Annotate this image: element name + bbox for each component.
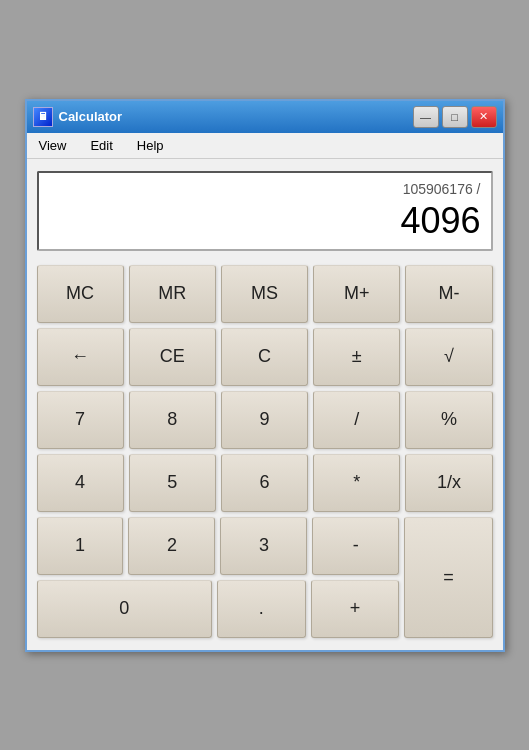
- menu-edit[interactable]: Edit: [86, 136, 116, 155]
- control-row: ← CE C ± √: [37, 328, 493, 386]
- btn-2[interactable]: 2: [128, 517, 215, 575]
- btn-reciprocal[interactable]: 1/x: [405, 454, 492, 512]
- num-row-1: 7 8 9 / %: [37, 391, 493, 449]
- btn-6[interactable]: 6: [221, 454, 308, 512]
- display-area: 105906176 / 4096: [37, 171, 493, 251]
- btn-5[interactable]: 5: [129, 454, 216, 512]
- minimize-button[interactable]: —: [413, 106, 439, 128]
- display-primary: 4096: [49, 199, 481, 242]
- menu-view[interactable]: View: [35, 136, 71, 155]
- num-row-4: 0 . +: [37, 580, 400, 638]
- btn-4[interactable]: 4: [37, 454, 124, 512]
- num-col: 1 2 3 - 0 . +: [37, 517, 400, 638]
- menu-bar: View Edit Help: [27, 133, 503, 159]
- close-button[interactable]: ✕: [471, 106, 497, 128]
- title-bar-left: 🖩 Calculator: [33, 107, 123, 127]
- btn-backspace[interactable]: ←: [37, 328, 124, 386]
- memory-row: MC MR MS M+ M-: [37, 265, 493, 323]
- btn-ms[interactable]: MS: [221, 265, 308, 323]
- btn-8[interactable]: 8: [129, 391, 216, 449]
- btn-mplus[interactable]: M+: [313, 265, 400, 323]
- display-secondary: 105906176 /: [49, 180, 481, 200]
- bottom-rows: 1 2 3 - 0 . + =: [37, 517, 493, 638]
- btn-plus[interactable]: +: [311, 580, 400, 638]
- app-icon: 🖩: [33, 107, 53, 127]
- btn-ce[interactable]: CE: [129, 328, 216, 386]
- num-row-2: 4 5 6 * 1/x: [37, 454, 493, 512]
- btn-mr[interactable]: MR: [129, 265, 216, 323]
- btn-7[interactable]: 7: [37, 391, 124, 449]
- btn-decimal[interactable]: .: [217, 580, 306, 638]
- btn-plusminus[interactable]: ±: [313, 328, 400, 386]
- window-controls: — □ ✕: [413, 106, 497, 128]
- btn-1[interactable]: 1: [37, 517, 124, 575]
- window-title: Calculator: [59, 109, 123, 124]
- btn-minus[interactable]: -: [312, 517, 399, 575]
- btn-mminus[interactable]: M-: [405, 265, 492, 323]
- btn-sqrt[interactable]: √: [405, 328, 492, 386]
- calculator-window: 🖩 Calculator — □ ✕ View Edit Help 105906…: [25, 99, 505, 652]
- btn-9[interactable]: 9: [221, 391, 308, 449]
- btn-mc[interactable]: MC: [37, 265, 124, 323]
- btn-divide[interactable]: /: [313, 391, 400, 449]
- title-bar: 🖩 Calculator — □ ✕: [27, 101, 503, 133]
- btn-equal[interactable]: =: [404, 517, 492, 638]
- menu-help[interactable]: Help: [133, 136, 168, 155]
- maximize-button[interactable]: □: [442, 106, 468, 128]
- btn-3[interactable]: 3: [220, 517, 307, 575]
- buttons-area: MC MR MS M+ M- ← CE C ± √ 7 8 9 / % 4 5 …: [27, 259, 503, 650]
- btn-c[interactable]: C: [221, 328, 308, 386]
- btn-percent[interactable]: %: [405, 391, 492, 449]
- btn-0[interactable]: 0: [37, 580, 212, 638]
- btn-multiply[interactable]: *: [313, 454, 400, 512]
- num-row-3: 1 2 3 -: [37, 517, 400, 575]
